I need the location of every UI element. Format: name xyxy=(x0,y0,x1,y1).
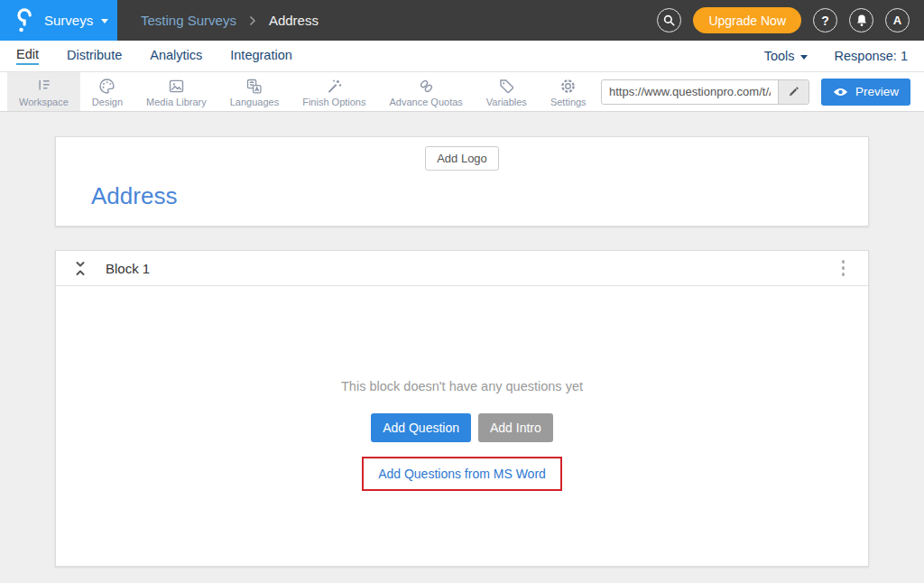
toolbar-item-workspace[interactable]: Workspace xyxy=(7,72,80,111)
chevron-right-icon xyxy=(249,15,256,26)
add-logo-button[interactable]: Add Logo xyxy=(425,146,499,171)
tools-label: Tools xyxy=(764,49,795,63)
toolbar-item-advance-quotas[interactable]: Advance Quotas xyxy=(377,72,474,111)
avatar[interactable]: A xyxy=(885,8,910,32)
tab-distribute[interactable]: Distribute xyxy=(67,48,122,64)
survey-workspace: Add Logo Address Block 1 This block does… xyxy=(0,112,924,567)
response-count: Response: 1 xyxy=(835,49,908,63)
toolbar-item-variables[interactable]: Variables xyxy=(475,72,539,111)
chevron-down-icon xyxy=(800,55,808,60)
collapse-block-button[interactable] xyxy=(74,261,87,276)
questionpro-logo-icon xyxy=(14,7,36,33)
variables-icon xyxy=(497,77,516,96)
add-question-button[interactable]: Add Question xyxy=(371,413,471,442)
finish-options-icon xyxy=(325,77,344,96)
toolbar-label: Media Library xyxy=(146,97,207,107)
tab-integration[interactable]: Integration xyxy=(230,48,292,64)
media-library-icon xyxy=(167,77,186,96)
add-questions-from-ms-word-link[interactable]: Add Questions from MS Word xyxy=(378,467,546,481)
editor-toolbar: Workspace Design Media Library Languages xyxy=(0,72,924,112)
toolbar-label: Variables xyxy=(486,97,527,107)
breadcrumb-parent[interactable]: Testing Surveys xyxy=(141,13,236,28)
notifications-button[interactable] xyxy=(849,8,873,32)
block-card: Block 1 This block doesn't have any ques… xyxy=(55,250,869,567)
toolbar-label: Languages xyxy=(230,97,279,107)
nav-right: Tools Response: 1 xyxy=(764,49,908,63)
section-nav: Edit Distribute Analytics Integration To… xyxy=(0,41,924,72)
tools-menu[interactable]: Tools xyxy=(764,49,808,63)
toolbar-item-design[interactable]: Design xyxy=(80,72,134,111)
toolbar-label: Advance Quotas xyxy=(389,97,462,107)
add-intro-button[interactable]: Add Intro xyxy=(478,413,553,442)
workspace-icon xyxy=(34,77,53,96)
languages-icon xyxy=(245,77,263,96)
add-from-word-highlight: Add Questions from MS Word xyxy=(362,457,562,491)
toolbar-item-languages[interactable]: Languages xyxy=(218,72,291,111)
preview-label: Preview xyxy=(855,85,899,98)
survey-header-card: Add Logo Address xyxy=(55,136,869,227)
toolbar-label: Settings xyxy=(550,97,587,107)
survey-title[interactable]: Address xyxy=(91,182,868,210)
search-icon xyxy=(662,14,676,27)
toolbar-item-finish-options[interactable]: Finish Options xyxy=(291,72,377,111)
collapse-icon xyxy=(74,261,87,276)
toolbar-label: Workspace xyxy=(19,97,69,107)
toolbar-item-media-library[interactable]: Media Library xyxy=(134,72,218,111)
bell-icon xyxy=(855,14,868,27)
toolbar-item-settings[interactable]: Settings xyxy=(539,72,598,111)
block-actions: Add Question Add Intro xyxy=(371,413,553,442)
search-button[interactable] xyxy=(657,8,681,32)
empty-block-message: This block doesn't have any questions ye… xyxy=(341,379,583,393)
avatar-letter: A xyxy=(893,14,901,27)
settings-icon xyxy=(559,77,578,96)
top-bar-actions: Upgrade Now ? A xyxy=(657,7,924,33)
help-icon: ? xyxy=(821,14,829,28)
toolbar-label: Design xyxy=(92,97,123,107)
block-title[interactable]: Block 1 xyxy=(106,261,150,276)
survey-url-field xyxy=(601,79,809,105)
toolbar-label: Finish Options xyxy=(302,97,365,107)
design-icon xyxy=(97,77,116,96)
eye-icon xyxy=(833,87,848,97)
edit-url-button[interactable] xyxy=(778,80,808,104)
kebab-icon xyxy=(842,260,845,264)
block-body: This block doesn't have any questions ye… xyxy=(56,286,868,566)
chevron-down-icon xyxy=(101,19,108,23)
block-header: Block 1 xyxy=(56,251,868,286)
preview-button[interactable]: Preview xyxy=(821,79,910,106)
survey-url-input[interactable] xyxy=(602,85,778,98)
top-bar: Surveys Testing Surveys Address Upgrade … xyxy=(0,0,924,41)
block-menu-button[interactable] xyxy=(836,256,851,280)
breadcrumb: Testing Surveys Address xyxy=(141,13,319,28)
surveys-menu[interactable]: Surveys xyxy=(0,0,117,41)
upgrade-now-button[interactable]: Upgrade Now xyxy=(693,7,801,33)
toolbar-right: Preview xyxy=(601,72,924,111)
tab-analytics[interactable]: Analytics xyxy=(150,48,202,64)
help-button[interactable]: ? xyxy=(813,8,837,32)
product-name: Surveys xyxy=(44,13,93,28)
breadcrumb-current: Address xyxy=(269,13,319,28)
tab-edit[interactable]: Edit xyxy=(16,47,39,65)
pencil-icon xyxy=(787,85,800,98)
advance-quotas-icon xyxy=(417,77,436,96)
